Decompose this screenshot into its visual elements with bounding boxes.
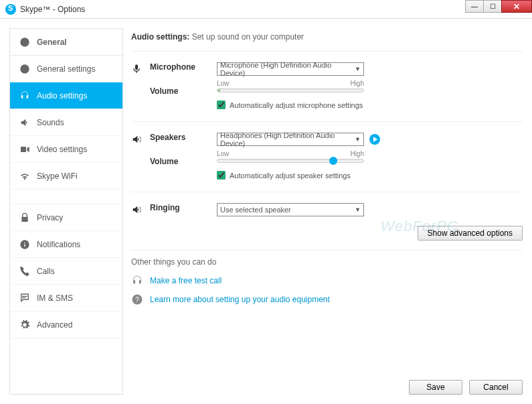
section-microphone: Microphone Volume Microphone (High Defin… [131, 52, 523, 122]
skype-logo-icon [5, 4, 16, 15]
chat-icon [19, 293, 30, 304]
window-title: Skype™ - Options [20, 5, 85, 14]
speakers-label: Speakers [150, 133, 217, 142]
speakers-device-dropdown[interactable]: Headphones (High Definition Audio Device… [217, 133, 364, 146]
sidebar-label: General [37, 38, 67, 47]
sidebar-label: Advanced [37, 320, 72, 330]
spk-low-label: Low [217, 150, 229, 157]
sidebar-spacer [10, 190, 122, 204]
ringing-device-value: Use selected speaker [220, 206, 291, 214]
sidebar-item-notifications[interactable]: Notifications [10, 231, 122, 258]
sidebar-item-audio-settings[interactable]: Audio settings [10, 82, 122, 109]
spk-high-label: High [350, 150, 364, 157]
sidebar-label: Sounds [37, 118, 64, 127]
cancel-button[interactable]: Cancel [469, 380, 523, 395]
speaker-icon [131, 133, 150, 180]
maximize-button[interactable]: ☐ [483, 0, 502, 13]
microphone-auto-input[interactable] [217, 100, 226, 109]
ringing-device-dropdown[interactable]: Use selected speaker ▼ [217, 203, 364, 216]
svg-point-1 [20, 64, 29, 73]
page-header-bold: Audio settings: [131, 32, 189, 42]
mic-high-label: High [350, 80, 364, 87]
other-header: Other things you can do [131, 257, 523, 267]
skype-icon [19, 64, 30, 74]
microphone-device-value: Microphone (High Definition Audio Device… [220, 61, 355, 77]
microphone-label: Microphone [150, 62, 217, 72]
sidebar-item-general-settings[interactable]: General settings [10, 56, 122, 82]
speakers-auto-label: Automatically adjust speaker settings [230, 172, 351, 180]
speakers-auto-checkbox[interactable]: Automatically adjust speaker settings [217, 171, 523, 180]
section-ringing: Ringing Use selected speaker ▼ [131, 192, 523, 222]
sidebar-item-advanced[interactable]: Advanced [10, 312, 122, 338]
sidebar-label: IM & SMS [37, 293, 73, 303]
show-advanced-button[interactable]: Show advanced options [418, 226, 523, 241]
sidebar-label: Video settings [37, 145, 87, 154]
microphone-auto-label: Automatically adjust microphone settings [230, 101, 363, 109]
mic-low-label: Low [217, 80, 229, 87]
headset-icon [131, 275, 143, 287]
section-speakers: Speakers Volume Headphones (High Definit… [131, 122, 523, 192]
link-test-call[interactable]: Make a free test call [150, 276, 221, 285]
other-things: Other things you can do Make a free test… [131, 251, 523, 312]
speakers-device-value: Headphones (High Definition Audio Device… [220, 131, 355, 147]
skype-icon [19, 37, 30, 48]
chevron-down-icon: ▼ [355, 136, 361, 143]
phone-icon [19, 266, 30, 277]
speakers-auto-input[interactable] [217, 171, 226, 180]
speaker-icon [131, 203, 150, 218]
page-header-rest: Set up sound on your computer [189, 32, 304, 42]
minimize-button[interactable]: — [465, 0, 484, 13]
title-bar: Skype™ - Options — ☐ ✕ [0, 0, 532, 19]
microphone-icon [131, 62, 150, 109]
sidebar-item-general-header[interactable]: General [10, 29, 122, 56]
speakers-volume-label: Volume [150, 157, 217, 166]
gear-icon [19, 320, 30, 330]
sidebar-item-skype-wifi[interactable]: Skype WiFi [10, 163, 122, 190]
sidebar-label: Calls [37, 267, 55, 276]
link-learn-more[interactable]: Learn more about setting up your audio e… [150, 295, 330, 304]
sidebar-label: Audio settings [37, 91, 87, 100]
window-buttons: — ☐ ✕ [466, 0, 532, 13]
sidebar-item-video-settings[interactable]: Video settings [10, 136, 122, 163]
microphone-volume-label: Volume [150, 86, 217, 96]
sidebar-label: Privacy [37, 213, 63, 222]
help-icon: ? [131, 293, 143, 306]
info-icon [19, 239, 30, 250]
microphone-volume-slider[interactable] [217, 88, 364, 92]
svg-point-0 [20, 38, 29, 46]
test-speaker-button[interactable] [369, 134, 380, 145]
sidebar: General General settings Audio settings … [9, 28, 123, 395]
lock-icon [19, 212, 30, 223]
sidebar-label: General settings [37, 64, 95, 74]
svg-text:?: ? [135, 295, 139, 304]
headset-icon [19, 90, 30, 101]
microphone-device-dropdown[interactable]: Microphone (High Definition Audio Device… [217, 62, 364, 76]
sidebar-item-im-sms[interactable]: IM & SMS [10, 285, 122, 312]
camera-icon [19, 144, 30, 155]
save-button[interactable]: Save [409, 380, 462, 395]
sidebar-label: Notifications [37, 240, 80, 249]
sidebar-item-privacy[interactable]: Privacy [10, 204, 122, 231]
main-panel: Audio settings: Set up sound on your com… [131, 28, 523, 395]
page-header: Audio settings: Set up sound on your com… [131, 28, 523, 52]
wifi-icon [19, 171, 30, 182]
ringing-label: Ringing [150, 203, 217, 212]
close-button[interactable]: ✕ [501, 0, 532, 13]
speaker-icon [19, 117, 30, 128]
chevron-down-icon: ▼ [355, 206, 361, 213]
sidebar-label: Skype WiFi [37, 172, 78, 181]
chevron-down-icon: ▼ [355, 66, 361, 72]
sidebar-item-calls[interactable]: Calls [10, 258, 122, 285]
microphone-auto-checkbox[interactable]: Automatically adjust microphone settings [217, 100, 523, 109]
speakers-volume-slider[interactable] [217, 159, 364, 163]
sidebar-item-sounds[interactable]: Sounds [10, 109, 122, 136]
footer: Save Cancel [131, 372, 523, 395]
